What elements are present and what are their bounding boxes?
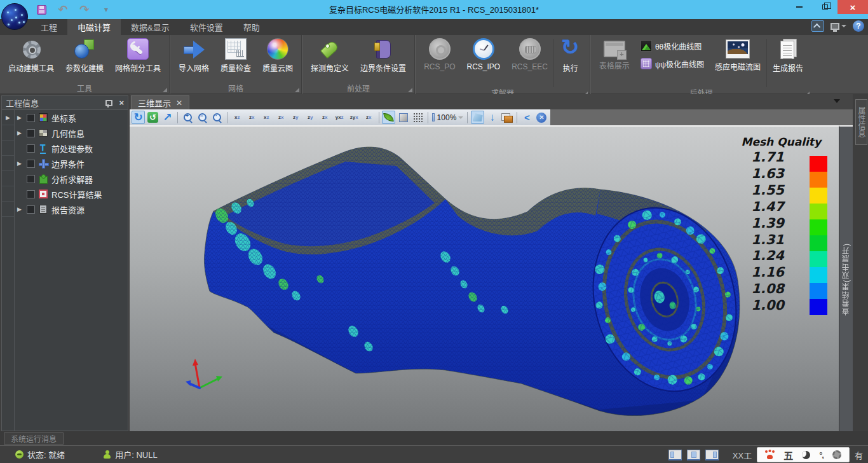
menu-tab-帮助[interactable]: 帮助 bbox=[233, 19, 270, 35]
close-button[interactable]: × bbox=[837, 0, 868, 14]
menu-tab-工程[interactable]: 工程 bbox=[31, 19, 67, 35]
quality-check-button[interactable]: 质量检查 bbox=[215, 36, 257, 73]
view-orientation-button-6[interactable]: zx bbox=[318, 111, 332, 124]
tree-gutter-cell bbox=[2, 171, 14, 186]
ribbon-group-buttons: 探测角定义边界条件设置 bbox=[302, 35, 414, 82]
ime-brand-paw-icon[interactable] bbox=[765, 450, 775, 459]
spin-refresh-button[interactable]: ↺ bbox=[146, 111, 159, 124]
ime-settings-gear-icon[interactable] bbox=[832, 450, 841, 459]
view-orientation-icon: zx bbox=[248, 114, 255, 120]
share-link-button[interactable]: < bbox=[520, 111, 534, 124]
view-orientation-button-7[interactable]: yxz bbox=[333, 111, 346, 124]
view-orientation-button-5[interactable]: zy bbox=[304, 111, 317, 124]
layout-middle-button[interactable] bbox=[687, 450, 700, 460]
generate-report-button[interactable]: 生成报告 bbox=[767, 36, 809, 73]
menu-tab-电磁计算[interactable]: 电磁计算 bbox=[67, 19, 121, 35]
checkbox-几何信息[interactable] bbox=[27, 129, 35, 137]
property-info-tab[interactable]: 属性信息 bbox=[855, 99, 867, 145]
view-orientation-icon: zx bbox=[365, 114, 372, 120]
system-messages-tab[interactable]: 系统运行消息 bbox=[4, 432, 64, 445]
layout-right-button[interactable] bbox=[705, 450, 719, 460]
dialog-launcher-icon[interactable] bbox=[408, 88, 412, 92]
zoom-level-select[interactable]: 100% bbox=[431, 111, 464, 124]
quality-cloud-map-button[interactable]: 质量云图 bbox=[257, 36, 299, 73]
checkbox-报告资源[interactable] bbox=[27, 205, 35, 214]
ime-toolbar[interactable]: 五 °, bbox=[757, 447, 850, 462]
execute-button[interactable]: 执行 bbox=[554, 36, 587, 73]
probe-angle-define-button[interactable]: 探测角定义 bbox=[305, 36, 355, 73]
tree-item-边界条件[interactable]: ▶边界条件 bbox=[15, 156, 128, 171]
em-current-map-icon bbox=[726, 39, 750, 59]
app-logo[interactable] bbox=[1, 3, 28, 30]
expander-icon[interactable]: ▶ bbox=[17, 160, 24, 167]
tree-item-几何信息[interactable]: ▶几何信息 bbox=[15, 125, 128, 141]
ime-halfwidth-moon-icon[interactable] bbox=[802, 451, 810, 459]
ribbon-group-前处理: 探测角定义边界条件设置前处理 bbox=[302, 35, 414, 94]
tree-item-前处理参数[interactable]: 前处理参数 bbox=[15, 141, 128, 156]
orbit-rotate-button[interactable]: ↻ bbox=[132, 111, 145, 124]
menu-tab-软件设置[interactable]: 软件设置 bbox=[180, 19, 233, 35]
smooth-shading-button[interactable] bbox=[382, 111, 395, 124]
parametric-modeling-button[interactable]: 参数化建模 bbox=[60, 36, 109, 73]
view-orientation-button-1[interactable]: zx bbox=[245, 111, 259, 124]
zoom-out-button[interactable]: − bbox=[196, 111, 209, 124]
toolbar-overflow-icon[interactable] bbox=[834, 99, 840, 103]
window-controls: × bbox=[787, 0, 868, 14]
restore-button[interactable] bbox=[812, 0, 837, 14]
zoom-fit-button[interactable]: · bbox=[210, 111, 224, 124]
display-style-select[interactable] bbox=[831, 23, 846, 30]
boundary-condition-settings-button[interactable]: 边界条件设置 bbox=[355, 36, 412, 73]
collapse-ribbon-button[interactable] bbox=[811, 20, 824, 32]
pin-icon[interactable] bbox=[104, 99, 112, 107]
dialog-launcher-icon[interactable] bbox=[163, 88, 167, 92]
tab-close-icon[interactable]: ✕ bbox=[176, 99, 182, 107]
flat-shading-button[interactable] bbox=[397, 111, 410, 124]
mesh-partition-tool-button[interactable]: 网格剖分工具 bbox=[109, 36, 166, 73]
tree-item-分析求解器[interactable]: 分析求解器 bbox=[15, 171, 128, 186]
launch-modeling-tool-button[interactable]: 启动建模工具 bbox=[3, 36, 60, 73]
tree-item-RCS计算结果[interactable]: RCS计算结果 bbox=[15, 186, 128, 202]
cancel-button[interactable]: ✕ bbox=[535, 111, 548, 124]
view-results-collapsed-tab[interactable]: 查看结果(双击展开) bbox=[839, 125, 853, 431]
tab-3d-display[interactable]: 三维显示 ✕ bbox=[131, 95, 189, 109]
rcs-ipo-solver-button[interactable]: RCS_IPO bbox=[461, 36, 506, 71]
checkbox-分析求解器[interactable] bbox=[27, 175, 35, 183]
view-orientation-button-0[interactable]: xz bbox=[231, 111, 244, 124]
ime-wubi-mode[interactable]: 五 bbox=[783, 448, 793, 462]
checkbox-边界条件[interactable] bbox=[27, 160, 35, 168]
probe-angle-define-button-label: 探测角定义 bbox=[311, 62, 349, 73]
view-orientation-button-4[interactable]: zy bbox=[289, 111, 302, 124]
clip-plane-button[interactable] bbox=[471, 111, 484, 124]
induced-em-current-map-button[interactable]: 感应电磁流图 bbox=[709, 36, 766, 72]
panel-close-icon[interactable]: × bbox=[119, 98, 124, 107]
help-button[interactable]: ? bbox=[853, 20, 864, 32]
view-orientation-button-3[interactable]: zx bbox=[275, 111, 288, 124]
psi-psi-polarization-plot-button[interactable]: ψψ极化曲线图 bbox=[635, 58, 709, 69]
expander-icon[interactable]: ▶ bbox=[17, 206, 24, 212]
tree-item-报告资源[interactable]: ▶报告资源 bbox=[15, 202, 128, 217]
checkbox-前处理参数[interactable] bbox=[27, 144, 35, 153]
view-orientation-button-9[interactable]: zx bbox=[362, 111, 376, 124]
zoom-in-button[interactable]: + bbox=[181, 111, 194, 124]
checkbox-坐标系[interactable] bbox=[27, 114, 35, 122]
minimize-button[interactable] bbox=[787, 0, 812, 14]
expander-icon[interactable]: ▶ bbox=[17, 114, 24, 121]
points-display-button[interactable] bbox=[411, 111, 424, 124]
pan-diagonal-button[interactable]: ↗ bbox=[161, 111, 174, 124]
viewport-3d[interactable]: Mesh Quality 1.711.631.551.471.391.311.2… bbox=[130, 125, 839, 431]
table-display-button-label: 表格展示 bbox=[599, 60, 630, 71]
image-capture-button[interactable] bbox=[500, 111, 513, 124]
menu-tab-数据&显示[interactable]: 数据&显示 bbox=[121, 19, 180, 35]
checkbox-RCS计算结果[interactable] bbox=[27, 190, 35, 198]
import-mesh-button[interactable]: 导入网格 bbox=[173, 36, 215, 73]
view-orientation-button-8[interactable]: zyx bbox=[348, 111, 361, 124]
drop-down-action-button[interactable]: ↓ bbox=[485, 111, 499, 124]
tree-item-坐标系[interactable]: ▶坐标系 bbox=[15, 110, 128, 125]
view-orientation-button-2[interactable]: xz bbox=[260, 111, 273, 124]
dialog-launcher-icon[interactable] bbox=[295, 88, 299, 92]
layout-left-button[interactable] bbox=[668, 450, 682, 460]
ime-punctuation-icon[interactable]: °, bbox=[819, 450, 824, 460]
tree-rows: ▶坐标系▶几何信息前处理参数▶边界条件分析求解器RCS计算结果▶报告资源 bbox=[15, 110, 128, 431]
expander-icon[interactable]: ▶ bbox=[17, 130, 24, 136]
theta-theta-polarization-plot-button[interactable]: θθ极化曲线图 bbox=[635, 40, 709, 52]
